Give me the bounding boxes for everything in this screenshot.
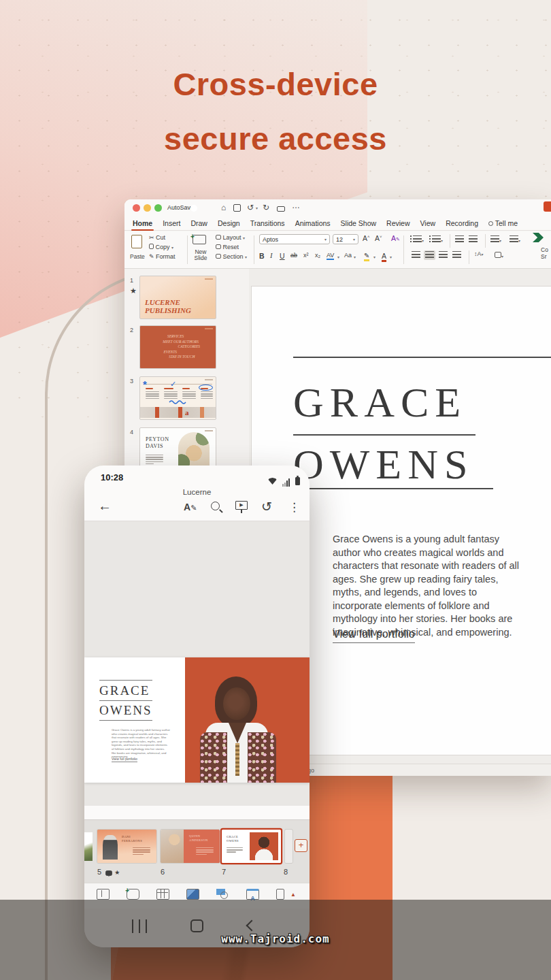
font-name-combo[interactable]: Aptos▾ (259, 234, 330, 244)
home-icon[interactable]: ⌂ (221, 199, 226, 216)
powerpoint-app-icon (544, 201, 551, 212)
more-titlebar-icon[interactable]: … (292, 199, 300, 214)
decrease-indent-button[interactable] (455, 235, 464, 244)
text-direction-button[interactable]: ↕A▾ (474, 250, 484, 257)
tab-recording[interactable]: Recording (446, 219, 478, 227)
window-titlebar: AutoSave ⌂ ↺ ▾ ↻ … (124, 199, 551, 216)
subscript-button[interactable]: x₂ (315, 252, 320, 259)
ink-star-annotation: * (143, 378, 147, 390)
save-icon[interactable] (233, 204, 241, 212)
thumb6-number: 6 (161, 868, 165, 876)
new-comment-icon[interactable]: + (127, 889, 139, 900)
tab-review[interactable]: Review (386, 219, 410, 227)
char-spacing-button[interactable]: AV (327, 252, 334, 260)
strikethrough-button[interactable]: ab (290, 252, 297, 259)
font-color-chevron-icon[interactable]: ▾ (390, 255, 392, 259)
redo-icon[interactable]: ↻ (263, 199, 269, 216)
slide-thumbnail-1[interactable]: LUCERNE PUBLISHING (139, 276, 216, 319)
align-right-button[interactable] (437, 250, 449, 260)
tab-transitions[interactable]: Transitions (250, 219, 285, 227)
change-case-button[interactable]: Aa (344, 252, 352, 259)
tab-view[interactable]: View (420, 219, 436, 227)
close-window-button[interactable] (133, 204, 140, 213)
section-button[interactable]: Section ▾ (216, 253, 247, 260)
numbering-button[interactable]: ▾ (429, 235, 443, 244)
picture-icon[interactable] (186, 889, 199, 900)
align-center-button[interactable] (424, 250, 435, 260)
clear-format-button[interactable]: A✎ (391, 234, 400, 242)
back-icon[interactable]: ← (98, 498, 112, 514)
decrease-indent-icon (455, 235, 464, 242)
phone-more-icon[interactable]: ⋮ (288, 500, 300, 514)
print-icon[interactable] (277, 206, 285, 213)
tab-home[interactable]: Home (133, 219, 152, 227)
increase-indent-button[interactable] (469, 235, 478, 244)
thumbnail-6[interactable]: QUINN ANDERSON (161, 830, 220, 863)
align-left-button[interactable] (410, 250, 422, 260)
minimize-window-button[interactable] (144, 204, 151, 213)
font-size-combo[interactable]: 12▾ (333, 234, 358, 244)
thumbnail-8-partial[interactable] (285, 830, 293, 863)
tab-animations[interactable]: Animations (295, 219, 331, 227)
thumb5-number: 5 ★ (97, 868, 120, 876)
add-slide-button[interactable]: + (295, 839, 307, 852)
highlight-chevron-icon[interactable]: ▾ (373, 255, 375, 259)
reset-button[interactable]: Reset (216, 244, 239, 250)
tab-design[interactable]: Design (218, 219, 240, 227)
slide1-number: 1 (130, 277, 133, 284)
phone-slide-area: 04 / AUTHORS GRACE OWENS Grace Owens is … (84, 521, 310, 806)
slide-thumbnail-4[interactable]: PEYTON DAVIS (139, 427, 216, 471)
phone-current-slide[interactable]: 04 / AUTHORS GRACE OWENS Grace Owens is … (84, 657, 310, 783)
copy-button[interactable]: Copy ▾ (149, 244, 173, 250)
slide-thumbnail-3[interactable]: * ✓ a (139, 376, 216, 420)
search-icon[interactable] (211, 502, 220, 510)
highlight-button[interactable]: ✎ (364, 252, 369, 261)
bullets-button[interactable]: ▾ (410, 235, 424, 244)
grow-font-button[interactable]: A˄ (363, 234, 370, 242)
paragraph-spacing-icon (510, 235, 518, 242)
undo-chevron-icon[interactable]: ▾ (256, 206, 258, 210)
new-slide-button[interactable]: + (193, 235, 206, 246)
ribbon-tabs: Home Insert Draw Design Transitions Anim… (124, 216, 551, 231)
slide-thumbnail-2[interactable]: SERVICES MEET OUR AUTHORS CATEGORIES EVE… (139, 325, 216, 369)
paragraph-spacing-button[interactable]: ▾ (510, 235, 520, 244)
textbox-icon[interactable]: A (246, 889, 259, 900)
superscript-button[interactable]: x² (303, 252, 309, 259)
underline-button[interactable]: U (280, 252, 285, 260)
justify-button[interactable] (451, 250, 463, 260)
new-slide-mobile-icon[interactable] (97, 889, 110, 900)
tab-draw[interactable]: Draw (190, 219, 207, 227)
thumbnail-4-partial[interactable] (84, 832, 93, 861)
author-photo (185, 657, 310, 783)
slide-body-text: Grace Owens is a young adult fantasy aut… (333, 533, 527, 639)
char-spacing-chevron-icon[interactable]: ▾ (337, 255, 339, 259)
portfolio-link[interactable]: View full portfolio (333, 628, 415, 643)
paste-button[interactable] (131, 235, 142, 250)
align-text-button[interactable]: ▾ (495, 252, 503, 259)
ink-check-annotation: ✓ (170, 380, 176, 389)
cut-button[interactable]: ✂ Cut (149, 234, 165, 241)
phone: 10:28 Lucerne ← A✎ ▶ ↺ ⋮ 04 / AUTHORS GR… (84, 466, 310, 947)
layout-button[interactable]: Layout ▾ (216, 234, 245, 241)
smartart-icon[interactable] (533, 233, 544, 242)
thumbnail-5[interactable]: DANI FERRARONS (97, 830, 156, 863)
change-case-chevron-icon[interactable]: ▾ (354, 255, 356, 259)
italic-button[interactable]: I (270, 252, 273, 259)
zoom-window-button[interactable] (154, 204, 162, 213)
clipped-tool-icon[interactable] (276, 889, 284, 900)
bold-button[interactable]: B (259, 252, 265, 260)
edit-pen-icon[interactable]: A✎ (184, 500, 197, 514)
shapes-icon[interactable] (216, 889, 229, 900)
format-painter-button[interactable]: ✎ Format (149, 253, 176, 260)
present-icon[interactable]: ▶ (235, 501, 248, 510)
font-color-button[interactable]: A (382, 252, 386, 262)
line-spacing-button[interactable]: ▾ (490, 235, 501, 244)
tab-insert[interactable]: Insert (163, 219, 180, 227)
table-icon[interactable] (156, 889, 169, 900)
undo-icon[interactable]: ↺ (247, 199, 254, 216)
thumbnail-7-selected[interactable]: GRACE OWENS (222, 830, 281, 863)
shrink-font-button[interactable]: A˅ (375, 234, 382, 242)
tab-slideshow[interactable]: Slide Show (341, 219, 377, 227)
tab-tellme[interactable]: Tell me (488, 219, 518, 227)
phone-undo-icon[interactable]: ↺ (261, 499, 272, 514)
